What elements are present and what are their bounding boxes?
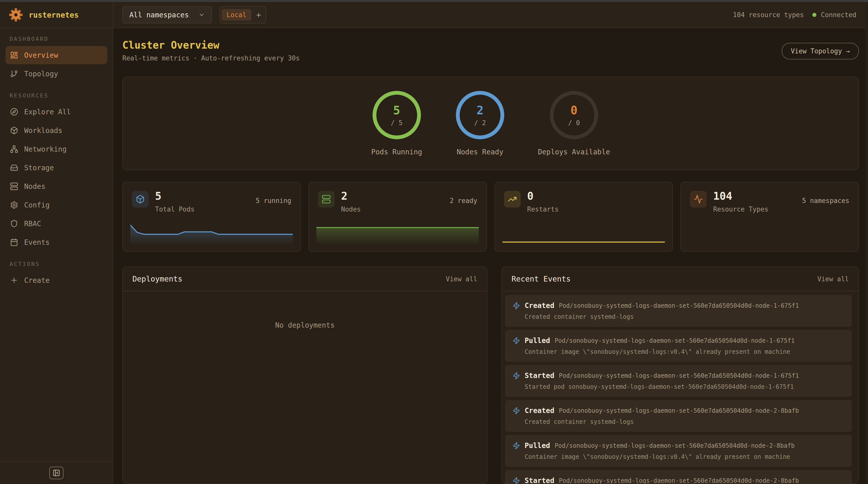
deployments-empty-message: No deployments: [123, 291, 487, 484]
events-view-all-link[interactable]: View all: [817, 275, 849, 283]
zap-icon: [513, 442, 520, 450]
deployments-view-all-link[interactable]: View all: [446, 275, 477, 283]
connection-status: Connected: [821, 11, 857, 19]
zap-icon: [513, 337, 520, 344]
zap-icon: [513, 477, 520, 484]
stat-cards-row: 5 Total Pods 5 running 2 No: [122, 182, 859, 252]
sidebar-nav: DASHBOARD Overview Topology RESOURCES Ex…: [0, 28, 113, 290]
chevron-down-icon: [198, 11, 205, 18]
network-icon: [10, 145, 18, 153]
bottom-panels: Deployments View all No deployments Rece…: [122, 266, 859, 484]
panel-left-close-icon: [53, 469, 60, 477]
event-list: Created Pod/sonobuoy-systemd-logs-daemon…: [502, 291, 859, 484]
main-area: All namespaces Local + 104 resource type…: [113, 2, 868, 484]
recent-events-panel: Recent Events View all Created Pod/sonob…: [501, 266, 859, 484]
server-icon: [318, 191, 335, 208]
deployments-panel: Deployments View all No deployments: [122, 266, 487, 484]
stat-card-total-pods: 5 Total Pods 5 running: [122, 182, 301, 252]
cluster-rings-panel: 5 / 5 Pods Running 2 / 2 Nodes Ready 0 /: [122, 77, 859, 170]
nav-section-actions: ACTIONS: [9, 261, 107, 267]
sidebar-item-storage[interactable]: Storage: [5, 159, 107, 177]
compass-icon: [10, 108, 18, 116]
sidebar-item-topology[interactable]: Topology: [5, 65, 107, 83]
stat-card-resource-types: 104 Resource Types 5 namespaces: [680, 182, 859, 252]
hard-drive-icon: [10, 164, 18, 172]
event-row[interactable]: Pulled Pod/sonobuoy-systemd-logs-daemon-…: [505, 435, 852, 467]
trending-up-icon: [504, 191, 521, 208]
event-row[interactable]: Created Pod/sonobuoy-systemd-logs-daemon…: [505, 400, 852, 432]
context-switcher: Local +: [219, 6, 266, 23]
gear-icon: [10, 201, 18, 209]
sidebar-item-config[interactable]: Config: [5, 196, 107, 214]
topbar-status: 104 resource types Connected: [733, 11, 857, 19]
pods-sparkline: [130, 222, 293, 245]
nodes-ring-icon: 2 / 2: [456, 91, 504, 139]
nodes-sparkline: [316, 222, 479, 245]
zap-icon: [513, 302, 520, 309]
sidebar-item-create[interactable]: Create: [5, 271, 107, 289]
cube-icon: [132, 191, 149, 208]
ring-nodes-ready: 2 / 2 Nodes Ready: [456, 91, 504, 156]
window-top-strip: [0, 0, 868, 2]
sidebar-item-overview[interactable]: Overview: [5, 46, 107, 64]
app-root: rusternetes DASHBOARD Overview Topology …: [0, 2, 868, 484]
plus-icon: [10, 276, 18, 284]
pods-ring-icon: 5 / 5: [373, 91, 421, 139]
sidebar-footer: [0, 461, 113, 484]
git-branch-icon: [10, 70, 18, 78]
app-logo: rusternetes: [0, 2, 113, 28]
connected-status-dot-icon: [812, 13, 816, 17]
zap-icon: [513, 372, 520, 380]
grid-icon: [10, 51, 18, 59]
content: Cluster Overview Real-time metrics · Aut…: [113, 28, 868, 484]
sidebar-item-rbac[interactable]: RBAC: [5, 215, 107, 233]
topbar: All namespaces Local + 104 resource type…: [113, 2, 868, 28]
server-icon: [10, 182, 18, 190]
event-row[interactable]: Started Pod/sonobuoy-systemd-logs-daemon…: [505, 470, 852, 484]
ring-pods-running: 5 / 5 Pods Running: [371, 91, 422, 156]
zap-icon: [513, 407, 520, 415]
collapse-sidebar-button[interactable]: [49, 466, 63, 479]
cube-icon: [10, 126, 18, 134]
recent-events-title: Recent Events: [512, 274, 571, 283]
sidebar-item-networking[interactable]: Networking: [5, 140, 107, 158]
nav-section-resources: RESOURCES: [9, 92, 107, 99]
ring-deploys-available: 0 / 0 Deploys Available: [538, 91, 610, 156]
page-scrollbar[interactable]: [866, 2, 868, 484]
page-subtitle: Real-time metrics · Auto-refreshing ever…: [122, 54, 300, 62]
namespace-select[interactable]: All namespaces: [122, 6, 212, 23]
gear-logo-icon: [8, 7, 23, 22]
stat-card-restarts: 0 Restarts: [494, 182, 673, 252]
resource-types-count: 104 resource types: [733, 11, 804, 19]
event-row[interactable]: Pulled Pod/sonobuoy-systemd-logs-daemon-…: [505, 330, 852, 362]
namespace-select-value: All namespaces: [129, 11, 189, 19]
view-topology-button[interactable]: View Topology →: [782, 43, 859, 59]
nav-section-dashboard: DASHBOARD: [9, 36, 107, 42]
add-context-button[interactable]: +: [253, 10, 264, 20]
deploys-ring-icon: 0 / 0: [550, 91, 598, 139]
context-badge-local[interactable]: Local: [221, 9, 251, 21]
deployments-title: Deployments: [132, 274, 183, 283]
page-header: Cluster Overview Real-time metrics · Aut…: [122, 39, 859, 68]
sidebar-item-workloads[interactable]: Workloads: [5, 121, 107, 140]
calendar-icon: [10, 238, 18, 246]
event-row[interactable]: Started Pod/sonobuoy-systemd-logs-daemon…: [505, 365, 852, 397]
sidebar: rusternetes DASHBOARD Overview Topology …: [0, 2, 113, 484]
sidebar-item-explore-all[interactable]: Explore All: [5, 103, 107, 121]
sidebar-item-events[interactable]: Events: [5, 233, 107, 251]
sidebar-item-nodes[interactable]: Nodes: [5, 177, 107, 195]
app-name: rusternetes: [29, 10, 79, 20]
page-title: Cluster Overview: [122, 39, 300, 51]
activity-icon: [690, 191, 707, 208]
restarts-sparkline: [502, 222, 665, 245]
shield-icon: [10, 220, 18, 228]
stat-card-nodes: 2 Nodes 2 ready: [308, 182, 487, 252]
event-row[interactable]: Created Pod/sonobuoy-systemd-logs-daemon…: [505, 295, 852, 327]
